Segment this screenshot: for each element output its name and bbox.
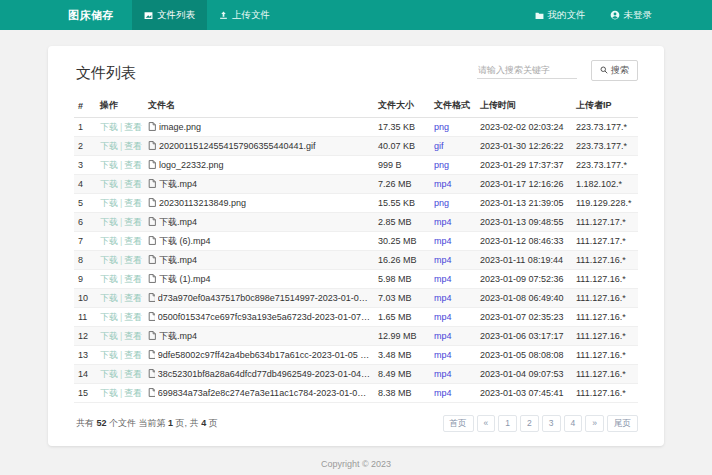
filename[interactable]: 20230113213849.png (159, 198, 246, 208)
download-link[interactable]: 下载 (100, 331, 118, 341)
row-index: 1 (74, 118, 96, 137)
format-link[interactable]: mp4 (434, 388, 452, 398)
filename[interactable]: 699834a73af2e8c274e7a3e11ac1c784-2023-01… (158, 388, 370, 398)
filename[interactable]: image.png (159, 122, 201, 132)
action-separator: | (120, 274, 122, 284)
view-link[interactable]: 查看 (124, 293, 142, 303)
filename[interactable]: 下载.mp4 (159, 330, 197, 343)
filename[interactable]: d73a970ef0a437517b0c898e71514997-2023-01… (158, 293, 370, 303)
view-link[interactable]: 查看 (124, 198, 142, 208)
row-actions: 下载|查看 (96, 289, 144, 308)
format-link[interactable]: mp4 (434, 331, 452, 341)
download-link[interactable]: 下载 (100, 369, 118, 379)
pagination-button[interactable]: 首页 (443, 415, 474, 432)
pagination-button[interactable]: » (585, 415, 604, 432)
row-index: 2 (74, 137, 96, 156)
pagination-button[interactable]: 2 (520, 415, 539, 432)
download-link[interactable]: 下载 (100, 274, 118, 284)
filename[interactable]: 下载.mp4 (159, 178, 197, 191)
filename[interactable]: 38c52301bf8a28a64dfcd77db4962549-2023-01… (158, 369, 370, 379)
table-row: 3 下载|查看 logo_22332.png 999 B (74, 156, 638, 175)
search-button[interactable]: 搜索 (591, 60, 638, 81)
nav-item-upload[interactable]: 上传文件 (207, 0, 282, 30)
filename[interactable]: 下载.mp4 (159, 254, 197, 267)
view-link[interactable]: 查看 (124, 331, 142, 341)
pagination-button[interactable]: « (477, 415, 496, 432)
copyright-text: Copyright © 2023 (321, 459, 391, 469)
view-link[interactable]: 查看 (124, 217, 142, 227)
file-icon (148, 255, 156, 266)
download-link[interactable]: 下载 (100, 236, 118, 246)
download-link[interactable]: 下载 (100, 160, 118, 170)
download-link[interactable]: 下载 (100, 141, 118, 151)
nav-item-login-status[interactable]: 未登录 (598, 0, 665, 30)
filename[interactable]: 下载 (1).mp4 (159, 273, 211, 286)
format-link[interactable]: mp4 (434, 274, 452, 284)
nav-item-my-files[interactable]: 我的文件 (523, 0, 598, 30)
view-link[interactable]: 查看 (124, 236, 142, 246)
pagination-button[interactable]: 3 (542, 415, 561, 432)
download-link[interactable]: 下载 (100, 179, 118, 189)
format-link[interactable]: png (434, 122, 449, 132)
row-index: 8 (74, 251, 96, 270)
filename[interactable]: 20200115124554157906355440441.gif (159, 141, 316, 151)
view-link[interactable]: 查看 (124, 179, 142, 189)
brand[interactable]: 图床储存 (48, 0, 132, 30)
row-size: 8.49 MB (374, 365, 430, 384)
filename[interactable]: logo_22332.png (159, 160, 224, 170)
format-link[interactable]: mp4 (434, 293, 452, 303)
row-index: 7 (74, 232, 96, 251)
row-actions: 下载|查看 (96, 251, 144, 270)
download-link[interactable]: 下载 (100, 293, 118, 303)
view-link[interactable]: 查看 (124, 312, 142, 322)
view-link[interactable]: 查看 (124, 350, 142, 360)
download-link[interactable]: 下载 (100, 312, 118, 322)
format-link[interactable]: mp4 (434, 255, 452, 265)
pagination-button[interactable]: 尾页 (607, 415, 638, 432)
view-link[interactable]: 查看 (124, 388, 142, 398)
download-link[interactable]: 下载 (100, 255, 118, 265)
search-input[interactable] (477, 63, 577, 79)
search-area: 搜索 (477, 60, 638, 83)
row-size: 5.98 MB (374, 270, 430, 289)
row-size: 2.85 MB (374, 213, 430, 232)
row-filename-cell: 0500f015347ce697fc93a193e5a6723d-2023-01… (144, 308, 374, 327)
format-link[interactable]: mp4 (434, 369, 452, 379)
row-size: 7.26 MB (374, 175, 430, 194)
row-format-cell: mp4 (430, 346, 476, 365)
format-link[interactable]: mp4 (434, 236, 452, 246)
format-link[interactable]: mp4 (434, 350, 452, 360)
view-link[interactable]: 查看 (124, 122, 142, 132)
filename[interactable]: 9dfe58002c97ff42a4beb634b17a61cc-2023-01… (158, 350, 370, 360)
download-link[interactable]: 下载 (100, 388, 118, 398)
filename[interactable]: 下载.mp4 (159, 216, 197, 229)
format-link[interactable]: mp4 (434, 217, 452, 227)
format-link[interactable]: mp4 (434, 179, 452, 189)
view-link[interactable]: 查看 (124, 255, 142, 265)
nav-item-file-list[interactable]: 文件列表 (132, 0, 207, 30)
download-link[interactable]: 下载 (100, 198, 118, 208)
row-uploader-ip: 111.127.16.* (572, 289, 638, 308)
download-link[interactable]: 下载 (100, 350, 118, 360)
pagination-button[interactable]: 1 (498, 415, 517, 432)
filename[interactable]: 下载 (6).mp4 (159, 235, 211, 248)
row-actions: 下载|查看 (96, 194, 144, 213)
row-filename-cell: 下载.mp4 (144, 175, 374, 194)
view-link[interactable]: 查看 (124, 160, 142, 170)
row-uploader-ip: 111.127.16.* (572, 270, 638, 289)
view-link[interactable]: 查看 (124, 274, 142, 284)
table-row: 1 下载|查看 image.png 17.35 KB (74, 118, 638, 137)
view-link[interactable]: 查看 (124, 369, 142, 379)
filename[interactable]: 0500f015347ce697fc93a193e5a6723d-2023-01… (158, 312, 370, 322)
format-link[interactable]: gif (434, 141, 444, 151)
format-link[interactable]: png (434, 160, 449, 170)
row-index: 10 (74, 289, 96, 308)
row-actions: 下载|查看 (96, 137, 144, 156)
download-link[interactable]: 下载 (100, 217, 118, 227)
format-link[interactable]: mp4 (434, 312, 452, 322)
row-size: 15.55 KB (374, 194, 430, 213)
pagination-button[interactable]: 4 (564, 415, 583, 432)
format-link[interactable]: png (434, 198, 449, 208)
download-link[interactable]: 下载 (100, 122, 118, 132)
view-link[interactable]: 查看 (124, 141, 142, 151)
